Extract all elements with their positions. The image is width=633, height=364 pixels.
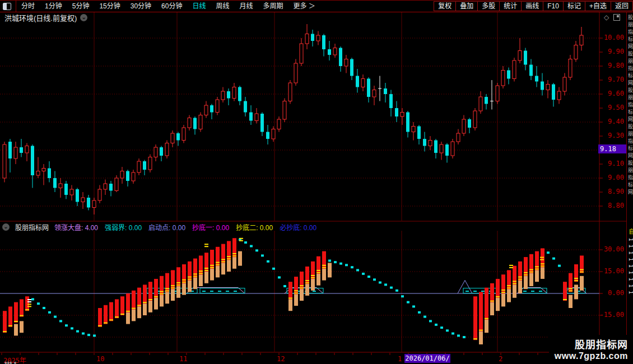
toolbar-button-f10[interactable]: F10: [543, 1, 564, 11]
popout-window-icon[interactable]: [613, 14, 620, 21]
period-tab-15min[interactable]: 15分钟: [94, 1, 125, 12]
toolbar-button-stats[interactable]: 统计: [499, 1, 522, 11]
title-bar: 洪城环境(日线.前复权) ⌄: [4, 12, 87, 23]
period-tab-monthly[interactable]: 月线: [235, 1, 258, 12]
date-highlight-badge: 2026/01/06/二: [404, 354, 450, 363]
indicator-field-4: 抄底二: 0.00: [236, 224, 273, 232]
indicator-source-label: 股朋指标网: [15, 222, 49, 232]
period-tabs: 分时1分钟5分钟15分钟30分钟60分钟日线周线月线多周期更多 ＞: [16, 1, 320, 12]
period-tab-1min[interactable]: 1分钟: [40, 1, 67, 12]
right-strip-digits: 自111111111: [627, 228, 633, 335]
indicator-collapse-icon[interactable]: ⌄: [2, 223, 10, 231]
chart-title: 洪城环境(日线.前复权): [4, 12, 77, 23]
toolbar-button-adjust[interactable]: 复权: [434, 1, 456, 11]
toolbar-button-add-watchlist[interactable]: +自选: [585, 1, 611, 11]
watermark-panel: 股朋指标网 www.7gpzb.com: [549, 335, 633, 364]
clipped-status-text: ‖‖‖ ‖: [4, 361, 72, 364]
toolbar-button-overlay[interactable]: 叠加: [455, 1, 478, 11]
indicator-field-3: 抄底一: 0.00: [192, 224, 229, 232]
window-icon[interactable]: [3, 3, 11, 10]
toolbar-button-back[interactable]: 返回: [611, 1, 633, 11]
indicator-field-0: 领涨大盘: 4.00: [54, 224, 98, 232]
indicator-values: 领涨大盘: 4.00强弱界: 0.00启动点: 0.00抄底一: 0.00抄底二…: [54, 222, 323, 232]
right-strip-ones: 111111111: [628, 238, 633, 298]
period-toolbar: 分时1分钟5分钟15分钟30分钟60分钟日线周线月线多周期更多 ＞ 复权叠加多股…: [0, 0, 633, 12]
period-tab-more[interactable]: 更多 ＞: [288, 1, 320, 12]
action-buttons: 复权叠加多股统计画线F10标记+自选返回: [434, 1, 633, 12]
watermark-url: www.7gpzb.com: [549, 351, 628, 361]
toolbar-button-mark[interactable]: 标记: [563, 1, 585, 11]
indicator-field-5: 必抄底: 0.00: [280, 224, 316, 232]
indicator-field-2: 启动点: 0.00: [148, 224, 185, 232]
period-tab-5min[interactable]: 5分钟: [67, 1, 95, 12]
period-tab-time-sharing[interactable]: 分时: [16, 1, 40, 12]
collapse-chevron-icon[interactable]: ⌄: [80, 14, 87, 21]
price-highlight-badge: 9.18: [598, 144, 626, 153]
period-tab-30min[interactable]: 30分钟: [125, 1, 156, 12]
toolbar-button-draw-line[interactable]: 画线: [521, 1, 543, 11]
indicator-field-1: 强弱界: 0.00: [105, 224, 142, 232]
period-tab-daily[interactable]: 日线: [187, 1, 211, 12]
right-strip-header-char: 自: [628, 228, 633, 238]
main-chart-area[interactable]: [0, 12, 599, 221]
toolbar-button-multi-stock[interactable]: 多股: [477, 1, 500, 11]
period-tab-weekly[interactable]: 周线: [211, 1, 234, 12]
stock-chart-window: 分时1分钟5分钟15分钟30分钟60分钟日线周线月线多周期更多 ＞ 复权叠加多股…: [0, 0, 633, 364]
indicator-header: ⌄ 股朋指标网 领涨大盘: 4.00强弱界: 0.00启动点: 0.00抄底一:…: [2, 222, 323, 232]
right-strip-vertical-text: 股朋指标网股朋指标网股朋指标网股朋指标网股朋指标网: [627, 15, 633, 219]
watermark-site-name: 股朋指标网: [549, 337, 628, 351]
period-tab-60min[interactable]: 60分钟: [156, 1, 187, 12]
indicator-pane[interactable]: [0, 231, 599, 352]
diamond-icon[interactable]: ◇: [604, 13, 609, 21]
title-corner-icons: ◇: [604, 13, 620, 21]
period-tab-multi-period[interactable]: 多周期: [258, 1, 288, 12]
